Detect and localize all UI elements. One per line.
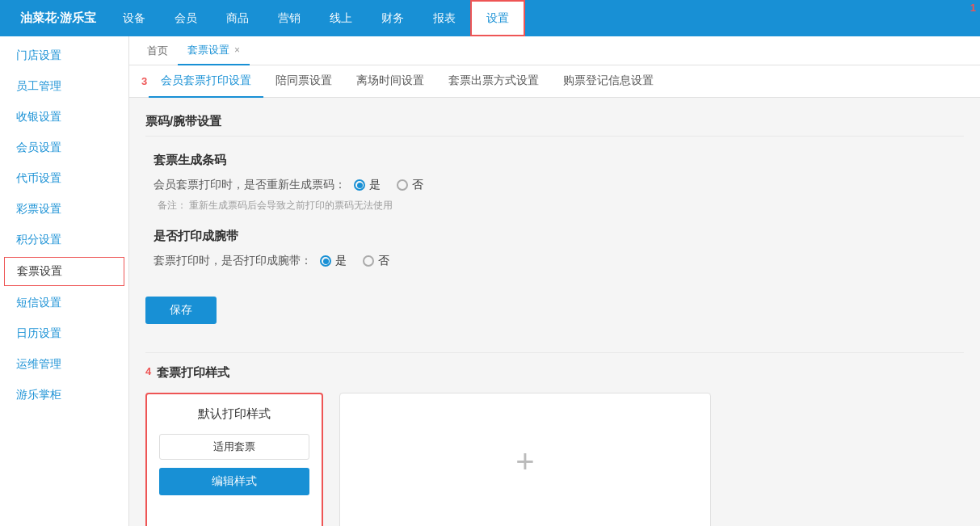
apply-ticket-button[interactable]: 适用套票 [159,434,309,460]
note-content: 重新生成票码后会导致之前打印的票码无法使用 [189,200,393,211]
wristband-radio-no-dot [363,255,374,267]
sidebar-item-token[interactable]: 代币设置 [0,163,128,194]
main-content: 首页 套票设置 × 3 会员套票打印设置 陪同票设置 离场时间设置 套票出票方式… [129,36,980,526]
sidebar-item-lottery[interactable]: 彩票设置 [0,194,128,225]
wristband-radio-no-label: 否 [378,254,389,268]
generate-barcode-radio-group: 是 否 [354,178,423,192]
breadcrumb-current[interactable]: 套票设置 × [178,36,250,65]
edit-style-button[interactable]: 编辑样式 [159,468,309,495]
sidebar-item-cashier2[interactable]: 游乐掌柜 [0,380,128,410]
radio-no-dot [397,179,408,191]
section-divider [145,352,964,353]
radio-yes-label: 是 [369,178,381,192]
default-print-card-title: 默认打印样式 [159,406,309,422]
sidebar-item-staff[interactable]: 员工管理 [0,71,128,102]
num1-label: 1 [970,2,976,14]
breadcrumb-current-label: 套票设置 [187,43,229,57]
nav-items: 设备 会员 商品 营销 线上 财务 报表 设置 [108,0,972,36]
generate-barcode-label: 会员套票打印时，是否重新生成票码： [154,178,346,192]
subtab-print-settings[interactable]: 会员套票打印设置 [149,65,263,98]
wristband-label: 套票打印时，是否打印成腕带： [154,254,312,268]
add-print-card[interactable]: + [339,393,711,526]
wristband-radio-group: 是 否 [320,254,389,268]
main-layout: 2 门店设置 员工管理 收银设置 会员设置 代币设置 彩票设置 积分设置 套票设… [0,36,980,526]
sidebar-item-vip[interactable]: 会员设置 [0,133,128,163]
wristband-title: 是否打印成腕带 [154,229,964,244]
ticket-code-section-title: 票码/腕带设置 [145,114,964,137]
sub-tabs: 3 会员套票打印设置 陪同票设置 离场时间设置 套票出票方式设置 购票登记信息设… [129,65,980,98]
nav-item-marketing[interactable]: 营销 [263,0,315,36]
print-style-grid: 默认打印样式 适用套票 编辑样式 + [145,393,964,526]
generate-barcode-title: 套票生成条码 [154,153,964,168]
nav-item-finance[interactable]: 财务 [367,0,418,36]
radio-no-label: 否 [412,178,423,192]
note-text: 备注： 重新生成票码后会导致之前打印的票码无法使用 [154,199,964,213]
generate-barcode-group: 套票生成条码 会员套票打印时，是否重新生成票码： 是 否 [145,153,964,213]
nav-item-report[interactable]: 报表 [418,0,470,36]
nav-item-equipment[interactable]: 设备 [108,0,160,36]
add-icon: + [515,444,534,480]
nav-item-product[interactable]: 商品 [212,0,263,36]
nav-item-settings[interactable]: 设置 [470,0,525,36]
wristband-radio-yes[interactable]: 是 [320,254,347,268]
num4-label: 4 [145,365,151,377]
sidebar-item-cashier[interactable]: 收银设置 [0,102,128,133]
wristband-radio-no[interactable]: 否 [363,254,389,268]
wristband-group: 是否打印成腕带 套票打印时，是否打印成腕带： 是 否 [145,229,964,268]
note-label: 备注： [158,200,187,211]
radio-yes[interactable]: 是 [354,178,381,192]
breadcrumb-bar: 首页 套票设置 × [129,36,980,65]
sidebar-item-sms[interactable]: 短信设置 [0,288,128,318]
top-nav: 油菜花·游乐宝 设备 会员 商品 营销 线上 财务 报表 设置 1 [0,0,980,36]
sidebar: 2 门店设置 员工管理 收银设置 会员设置 代币设置 彩票设置 积分设置 套票设… [0,36,129,526]
sidebar-item-points[interactable]: 积分设置 [0,225,128,255]
print-style-header: 4 套票打印样式 [145,365,964,393]
brand-logo: 油菜花·游乐宝 [8,11,108,26]
breadcrumb-home[interactable]: 首页 [137,36,178,65]
save-button[interactable]: 保存 [145,297,217,324]
sidebar-item-package[interactable]: 套票设置 [4,257,124,286]
wristband-radio-yes-dot [320,255,331,267]
nav-item-online[interactable]: 线上 [315,0,367,36]
subtab-ticket-register[interactable]: 购票登记信息设置 [551,65,666,98]
num3-label: 3 [141,75,147,87]
wristband-radio-yes-label: 是 [335,254,347,268]
generate-barcode-row: 会员套票打印时，是否重新生成票码： 是 否 [154,178,964,192]
radio-yes-dot [354,179,365,191]
sidebar-item-ops[interactable]: 运维管理 [0,349,128,380]
subtab-companion[interactable]: 陪同票设置 [263,65,344,98]
print-style-title: 套票打印样式 [157,365,229,381]
content-area: 票码/腕带设置 套票生成条码 会员套票打印时，是否重新生成票码： 是 否 [129,98,980,526]
radio-no[interactable]: 否 [397,178,423,192]
nav-item-member[interactable]: 会员 [160,0,212,36]
wristband-row: 套票打印时，是否打印成腕带： 是 否 [154,254,964,268]
subtab-ticket-method[interactable]: 套票出票方式设置 [436,65,551,98]
sidebar-item-calendar[interactable]: 日历设置 [0,318,128,349]
breadcrumb-close-icon[interactable]: × [234,44,240,56]
default-print-card: 默认打印样式 适用套票 编辑样式 [145,393,323,526]
subtab-exit-time[interactable]: 离场时间设置 [344,65,436,98]
sidebar-item-store[interactable]: 门店设置 [0,40,128,71]
